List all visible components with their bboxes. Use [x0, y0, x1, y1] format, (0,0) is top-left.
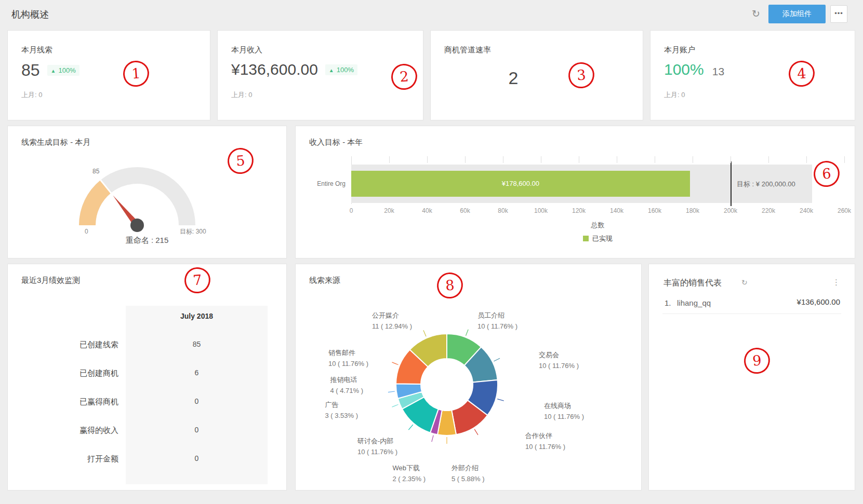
axis-tick [465, 156, 466, 163]
donut-leader-line [494, 358, 500, 361]
kpi-value: 85 [21, 61, 40, 80]
donut-leader-line [408, 425, 413, 430]
donut-card-lead-sources: 线索来源 员工介绍10 ( 11.76% )交易会10 ( 11.76% )在线… [295, 264, 642, 491]
table-row-label: 已创建商机 [8, 369, 118, 378]
axis-tick-label: 60k [460, 207, 470, 214]
table-row-label: 打开金额 [8, 454, 118, 464]
axis-tick-label: 180k [686, 207, 699, 214]
revenue-bar[interactable]: ¥178,600.00 [351, 171, 690, 197]
axis-tick-label: 160k [648, 207, 661, 214]
donut-label-广告: 广告3 ( 3.53% ) [325, 399, 358, 421]
target-marker-line [731, 161, 732, 206]
axis-tick [655, 156, 655, 163]
more-options-button[interactable]: ••• [830, 5, 847, 23]
kpi-card-leads[interactable]: 本月线索 85 ▲100% 上月: 0 [7, 30, 210, 120]
target-label: 目标 : ¥ 200,000.00 [737, 180, 795, 189]
donut-label-员工介绍: 员工介绍10 ( 11.76% ) [477, 310, 517, 332]
axis-tick [389, 156, 390, 163]
donut-leader-line [474, 429, 478, 435]
kpi-count: 13 [712, 61, 724, 78]
triangle-up-icon: ▲ [329, 67, 334, 73]
dashboard: 机构概述 ↻ 添加组件 ••• 本月线索 85 ▲100% 上月: 0 本月收入… [0, 0, 863, 504]
table-row-label: 赢得的收入 [8, 426, 118, 435]
reps-card-top-sales: 丰富的销售代表 ↻ ⋮ 1. lihang_qq ¥136,600.00 [648, 264, 855, 491]
axis-tick [351, 156, 352, 163]
kpi-delta-value: 100% [337, 66, 354, 74]
kpi-card-accounts[interactable]: 本月账户 100% 13 上月: 0 [650, 30, 855, 120]
kpi-card-pipeline-velocity[interactable]: 商机管道速率 2 [430, 30, 643, 120]
reps-refresh-icon[interactable]: ↻ [741, 278, 748, 287]
donut-leader-line [423, 330, 426, 336]
bar-legend[interactable]: 已实现 [351, 234, 844, 243]
kpi-percent: 100% [664, 61, 704, 78]
table-row-label: 已赢得商机 [8, 397, 118, 407]
axis-tick-label: 140k [610, 207, 623, 214]
add-component-button[interactable]: 添加组件 [768, 5, 826, 23]
axis-tick [503, 156, 503, 163]
kpi-title: 本月账户 [664, 45, 695, 55]
gauge-target-label: 目标: 300 [180, 227, 206, 236]
donut-leader-line [466, 330, 468, 336]
kpi-title: 本月线索 [21, 45, 52, 55]
kpi-delta-badge: ▲100% [325, 64, 357, 75]
bar-plot-area: ¥178,600.00 目标 : ¥ 200,000.00 总数 已实现 020… [351, 126, 844, 259]
donut-label-销售邮件: 销售邮件10 ( 11.76% ) [328, 347, 368, 369]
reps-card-title: 丰富的销售代表 [663, 278, 722, 289]
table-row-label: 已创建线索 [8, 340, 118, 350]
gauge-center-label: 重命名 : 215 [8, 236, 286, 246]
axis-tick-label: 0 [350, 207, 353, 214]
kpi-footer: 上月: 0 [21, 90, 42, 100]
axis-tick-label: 240k [800, 207, 813, 214]
kpi-footer: 上月: 0 [231, 90, 252, 100]
axis-tick [427, 156, 428, 163]
kpi-delta-value: 100% [59, 66, 76, 74]
donut-label-合作伙伴: 合作伙伴10 ( 11.76% ) [525, 430, 565, 452]
x-axis-title: 总数 [351, 221, 844, 230]
axis-tick [768, 156, 769, 163]
bar-card-revenue-goal: 收入目标 - 本年 Entire Org ¥178,600.00 目标 : ¥ … [295, 126, 855, 258]
axis-tick-label: 200k [724, 207, 737, 214]
table-card-performance: 最近3月绩效监测 July 2018 已创建线索85已创建商机6已赢得商机0赢得… [7, 264, 287, 491]
table-card-title: 最近3月绩效监测 [21, 276, 80, 285]
axis-tick [806, 156, 807, 163]
donut-leader-line [388, 391, 395, 392]
bar-category-label: Entire Org [296, 180, 346, 187]
reps-amount: ¥136,600.00 [797, 297, 840, 306]
gauge-min-label: 0 [85, 228, 88, 235]
axis-tick [617, 156, 617, 163]
table-column-header: July 2018 [126, 312, 268, 320]
reps-name: lihang_qq [677, 298, 711, 307]
axis-tick-label: 80k [498, 207, 508, 214]
donut-label-推销电话: 推销电话4 ( 4.71% ) [330, 374, 363, 396]
table-row-value: 0 [126, 426, 268, 434]
axis-tick [693, 156, 693, 163]
donut-label-公开媒介: 公开媒介11 ( 12.94% ) [372, 310, 412, 332]
refresh-icon[interactable]: ↻ [749, 7, 763, 21]
reps-menu-icon[interactable]: ⋮ [829, 277, 843, 288]
table-row-value: 0 [126, 397, 268, 405]
legend-label: 已实现 [592, 235, 613, 242]
axis-tick-label: 220k [762, 207, 775, 214]
donut-leader-line [432, 435, 433, 442]
donut-leader-line [392, 404, 398, 407]
axis-tick [844, 156, 845, 163]
kpi-value: ¥136,600.00 [231, 61, 318, 78]
kpi-title: 本月收入 [231, 45, 262, 55]
axis-tick-label: 20k [384, 207, 394, 214]
table-row-value: 85 [126, 340, 268, 348]
kpi-title: 商机管道速率 [444, 45, 491, 55]
axis-tick [541, 156, 541, 163]
kpi-footer: 上月: 0 [664, 90, 685, 100]
donut-label-外部介绍: 外部介绍5 ( 5.88% ) [452, 462, 485, 484]
donut-leader-line [392, 362, 398, 365]
reps-list-item[interactable]: 1. lihang_qq ¥136,600.00 [662, 296, 841, 314]
gauge-value-label: 85 [92, 168, 99, 175]
table-row-value: 0 [126, 454, 268, 462]
page-title: 机构概述 [11, 8, 49, 21]
table-row-value: 6 [126, 369, 268, 377]
donut-label-Web下载: Web下载2 ( 2.35% ) [392, 462, 426, 484]
axis-tick-label: 120k [572, 207, 586, 214]
axis-tick-label: 40k [422, 207, 432, 214]
axis-tick-label: 100k [534, 207, 548, 214]
axis-tick-label: 260k [838, 207, 851, 214]
